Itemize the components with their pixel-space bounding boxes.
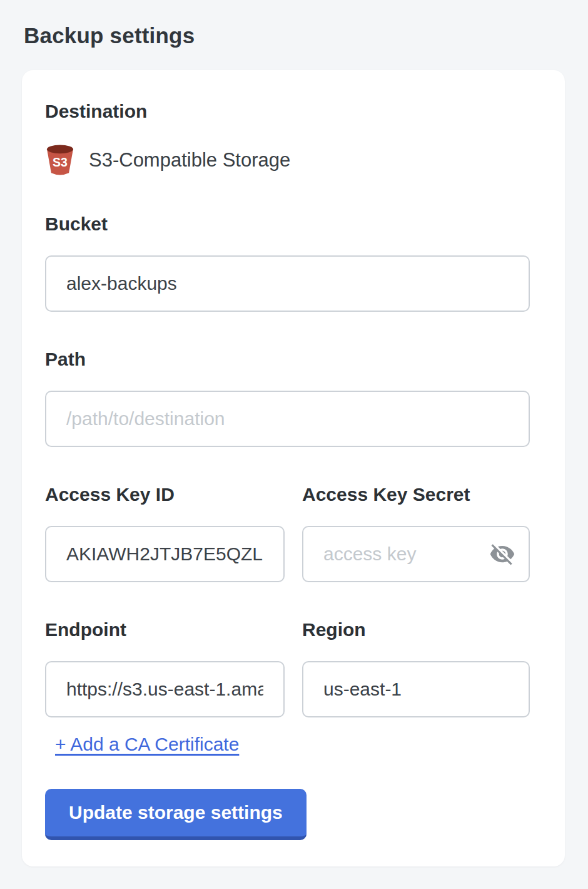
- bucket-input[interactable]: [45, 255, 530, 312]
- access-key-secret-input-wrap: [302, 526, 530, 582]
- access-keys-row: Access Key ID Access Key Secret: [45, 483, 542, 582]
- path-section: Path: [45, 348, 542, 447]
- path-label: Path: [45, 348, 542, 371]
- destination-label: Destination: [45, 100, 542, 123]
- backup-settings-card: Destination S3 S3-Compatible Storage Buc…: [22, 70, 565, 866]
- path-input[interactable]: [45, 391, 530, 447]
- bucket-section: Bucket: [45, 213, 542, 312]
- access-key-id-label: Access Key ID: [45, 483, 285, 506]
- eye-off-icon: [489, 541, 515, 567]
- region-field: Region: [302, 619, 530, 717]
- access-key-secret-field: Access Key Secret: [302, 483, 530, 582]
- region-input[interactable]: [302, 661, 530, 717]
- region-label: Region: [302, 619, 530, 641]
- page-title: Backup settings: [0, 0, 588, 49]
- s3-bucket-icon: S3: [45, 144, 75, 177]
- access-key-id-field: Access Key ID: [45, 483, 285, 582]
- bucket-label: Bucket: [45, 213, 542, 235]
- backup-settings-page: Backup settings Destination S3 S3-Compat…: [0, 0, 588, 889]
- svg-text:S3: S3: [53, 155, 68, 169]
- endpoint-region-row: Endpoint Region: [45, 619, 542, 717]
- add-ca-certificate-link[interactable]: + Add a CA Certificate: [55, 734, 239, 755]
- destination-value: S3-Compatible Storage: [89, 149, 290, 172]
- endpoint-field: Endpoint: [45, 619, 285, 717]
- access-key-id-input[interactable]: [45, 526, 285, 582]
- toggle-secret-visibility-button[interactable]: [487, 539, 517, 569]
- endpoint-label: Endpoint: [45, 619, 285, 641]
- destination-row: S3 S3-Compatible Storage: [45, 144, 542, 177]
- access-key-secret-label: Access Key Secret: [302, 483, 530, 506]
- update-storage-settings-button[interactable]: Update storage settings: [45, 789, 307, 840]
- endpoint-input[interactable]: [45, 661, 285, 717]
